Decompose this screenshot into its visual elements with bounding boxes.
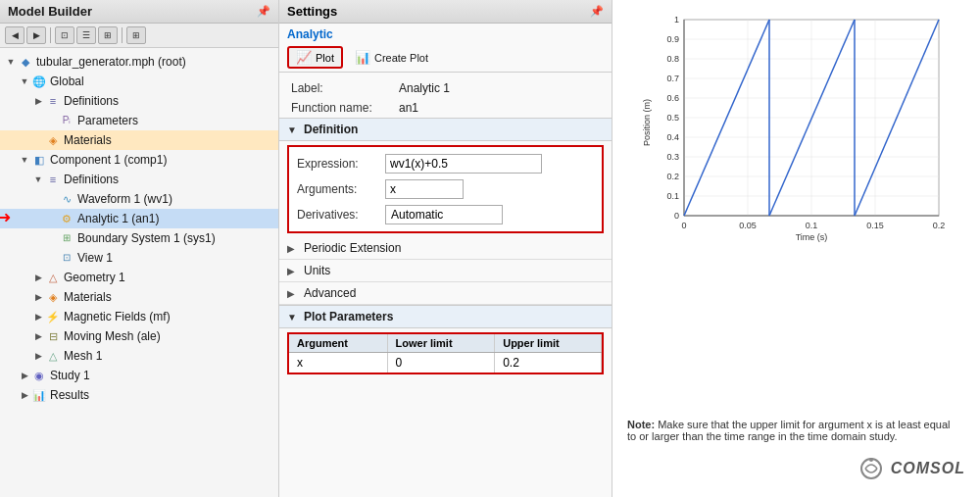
mesh1-icon: △ xyxy=(45,348,61,364)
analytic1-label: Analytic 1 (an1) xyxy=(77,210,159,227)
plot-params-title: Plot Parameters xyxy=(304,310,393,323)
tree-arrow-definitions-global: ▶ xyxy=(31,92,45,110)
tree-arrow-materials2: ▶ xyxy=(31,288,45,306)
params-table-header-row: Argument Lower limit Upper limit xyxy=(289,334,602,353)
tree-item-geometry1[interactable]: ▶ △ Geometry 1 xyxy=(0,268,278,287)
advanced-arrow: ▶ xyxy=(287,288,299,299)
selection-arrow-icon: ➜ xyxy=(0,209,11,226)
list-button[interactable]: ☰ xyxy=(76,26,96,44)
cell-argument: x xyxy=(289,353,387,373)
movingmesh-label: Moving Mesh (ale) xyxy=(64,327,161,345)
svg-text:0.1: 0.1 xyxy=(805,221,817,230)
svg-text:0.7: 0.7 xyxy=(666,74,679,83)
materials2-label: Materials xyxy=(64,288,112,306)
create-plot-button[interactable]: 📊 Create Plot xyxy=(348,48,435,67)
tree-arrow-movingmesh: ▶ xyxy=(31,327,45,345)
comp1-label: Component 1 (comp1) xyxy=(50,151,167,169)
arguments-row: Arguments: xyxy=(293,176,598,202)
settings-panel: Settings 📌 Analytic 📈 Plot 📊 Create Plot… xyxy=(279,0,612,497)
tree-item-study1[interactable]: ▶ ◉ Study 1 xyxy=(0,366,278,385)
label-row: Label: Analytic 1 xyxy=(279,78,612,98)
tree-item-definitions-comp1[interactable]: ▼ ≡ Definitions xyxy=(0,170,278,189)
tree-item-mesh1[interactable]: ▶ △ Mesh 1 xyxy=(0,346,278,366)
right-panel: 1 0.9 0.8 0.7 0.6 0.5 0.4 0.3 0.2 0.1 0 … xyxy=(612,0,980,497)
advanced-title: Advanced xyxy=(304,286,356,300)
tree-arrow-definitions-comp1: ▼ xyxy=(31,171,45,188)
parameters-label: Parameters xyxy=(77,112,138,129)
tree-item-root[interactable]: ▼ ◆ tubular_generator.mph (root) xyxy=(0,52,278,72)
units-section[interactable]: ▶ Units xyxy=(279,260,612,282)
analytic1-icon: ⚙ xyxy=(59,211,74,226)
advanced-section[interactable]: ▶ Advanced xyxy=(279,282,612,305)
materials-global-icon: ◈ xyxy=(45,132,61,148)
svg-text:0.8: 0.8 xyxy=(666,54,679,64)
svg-text:1: 1 xyxy=(673,15,678,25)
magfields-icon: ⚡ xyxy=(45,309,61,324)
boundary1-icon: ⊞ xyxy=(59,230,74,246)
comp1-icon: ◧ xyxy=(31,152,47,168)
svg-text:0.15: 0.15 xyxy=(866,221,884,230)
tree-arrow-results: ▶ xyxy=(18,386,31,404)
derivatives-select[interactable]: Automatic Manual xyxy=(385,205,503,224)
function-name-label: Function name: xyxy=(291,101,399,115)
materials2-icon: ◈ xyxy=(45,289,61,305)
root-label: tubular_generator.mph (root) xyxy=(36,53,186,71)
tree-arrow-comp1: ▼ xyxy=(18,151,31,169)
tree-item-analytic1[interactable]: ➜ ▶ ⚙ Analytic 1 (an1) xyxy=(0,209,278,228)
plot-icon: 📈 xyxy=(296,50,312,65)
global-icon: 🌐 xyxy=(31,74,47,89)
label-field-label: Label: xyxy=(291,81,399,95)
tree-arrow-magfields: ▶ xyxy=(31,308,45,325)
global-label: Global xyxy=(50,73,84,90)
cell-upper: 0.2 xyxy=(495,353,602,373)
tree-item-boundary1[interactable]: ▶ ⊞ Boundary System 1 (sys1) xyxy=(0,228,278,248)
svg-text:0.1: 0.1 xyxy=(666,191,679,201)
tree-item-movingmesh[interactable]: ▶ ⊟ Moving Mesh (ale) xyxy=(0,326,278,346)
settings-header: Settings 📌 xyxy=(279,0,612,24)
tree-item-parameters[interactable]: ▶ Pᵢ Parameters xyxy=(0,111,278,130)
tree-item-magfields[interactable]: ▶ ⚡ Magnetic Fields (mf) xyxy=(0,307,278,326)
svg-text:0.2: 0.2 xyxy=(932,221,945,230)
definition-section-title: Definition xyxy=(304,123,358,136)
units-arrow: ▶ xyxy=(287,266,299,276)
movingmesh-icon: ⊟ xyxy=(45,328,61,344)
settings-body: Label: Analytic 1 Function name: an1 ▼ D… xyxy=(279,73,612,497)
tree-item-waveform1[interactable]: ▶ ∿ Waveform 1 (wv1) xyxy=(0,189,278,209)
split-button[interactable]: ⊡ xyxy=(55,26,74,44)
plot-params-arrow: ▼ xyxy=(287,312,299,323)
tree-item-results[interactable]: ▶ 📊 Results xyxy=(0,385,278,405)
plot-button[interactable]: 📈 Plot xyxy=(287,46,343,69)
expand-button[interactable]: ⊞ xyxy=(126,26,146,44)
plot-button-label: Plot xyxy=(316,52,334,64)
tree-item-materials-global[interactable]: ▶ ◈ Materials xyxy=(0,130,278,150)
tree-item-global[interactable]: ▼ 🌐 Global xyxy=(0,72,278,91)
tree-item-materials2[interactable]: ▶ ◈ Materials xyxy=(0,287,278,307)
back-button[interactable]: ◀ xyxy=(5,26,24,44)
tree-item-definitions-global[interactable]: ▶ ≡ Definitions xyxy=(0,91,278,111)
tree-arrow-global: ▼ xyxy=(18,73,31,90)
definitions-comp1-label: Definitions xyxy=(64,171,119,188)
cell-lower: 0 xyxy=(387,353,495,373)
boundary1-label: Boundary System 1 (sys1) xyxy=(77,229,216,247)
definitions-global-icon: ≡ xyxy=(45,93,61,109)
tree-item-view1[interactable]: ▶ ⊡ View 1 xyxy=(0,248,278,268)
periodic-extension-section[interactable]: ▶ Periodic Extension xyxy=(279,237,612,260)
grid-button[interactable]: ⊞ xyxy=(98,26,118,44)
mesh1-label: Mesh 1 xyxy=(64,347,102,365)
note-bold: Note: xyxy=(627,419,655,430)
definition-section-header[interactable]: ▼ Definition xyxy=(279,118,612,141)
col-argument: Argument xyxy=(289,334,387,353)
expression-input[interactable] xyxy=(385,154,542,174)
note-text: Make sure that the upper limit for argum… xyxy=(627,419,951,442)
tree-item-comp1[interactable]: ▼ ◧ Component 1 (comp1) xyxy=(0,150,278,170)
comsol-logo: COMSOL xyxy=(622,450,970,487)
parameters-icon: Pᵢ xyxy=(59,113,74,128)
label-field-value: Analytic 1 xyxy=(399,81,450,95)
note-area: Note: Make sure that the upper limit for… xyxy=(622,411,956,450)
arguments-input[interactable] xyxy=(385,179,464,199)
pin-icon-settings: 📌 xyxy=(590,5,604,18)
model-builder-toolbar: ◀ ▶ ⊡ ☰ ⊞ ⊞ xyxy=(0,24,278,48)
plot-params-header[interactable]: ▼ Plot Parameters xyxy=(279,306,612,328)
analytic-section-label: Analytic xyxy=(279,24,612,43)
forward-button[interactable]: ▶ xyxy=(26,26,46,44)
